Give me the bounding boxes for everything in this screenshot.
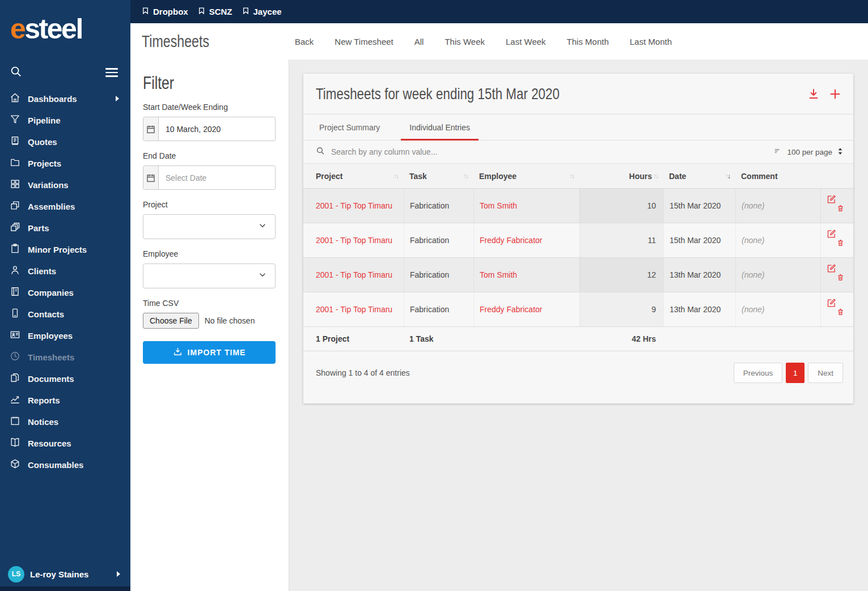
nav-new-timesheet[interactable]: New Timesheet bbox=[335, 37, 393, 46]
download-icon[interactable] bbox=[807, 87, 820, 101]
tab-individual-entries[interactable]: Individual Entries bbox=[401, 114, 479, 140]
user-menu[interactable]: LS Le-roy Staines bbox=[0, 563, 130, 585]
edit-icon[interactable] bbox=[827, 298, 836, 309]
cell-comment: (none) bbox=[735, 189, 820, 223]
trash-icon[interactable] bbox=[837, 273, 844, 283]
table-row: 2001 - Tip Top Timaru Fabrication Tom Sm… bbox=[303, 258, 853, 292]
start-date-input[interactable] bbox=[159, 117, 275, 141]
bookmark-scnz[interactable]: SCNZ bbox=[198, 6, 232, 17]
brand-logo-block[interactable]: esteel bbox=[0, 0, 130, 59]
sort-arrows-icon[interactable]: ↑↓ bbox=[653, 172, 658, 180]
sidebar-item-contacts[interactable]: Contacts bbox=[0, 303, 130, 325]
phone-icon bbox=[10, 308, 20, 320]
cell-date: 13th Mar 2020 bbox=[663, 258, 735, 292]
edit-icon[interactable] bbox=[827, 229, 836, 240]
calendar-icon[interactable] bbox=[143, 166, 159, 189]
end-date-field bbox=[143, 165, 276, 190]
nav-all[interactable]: All bbox=[414, 37, 424, 46]
sidebar-item-label: Assemblies bbox=[28, 202, 75, 211]
trash-icon[interactable] bbox=[837, 239, 844, 249]
sidebar-item-projects[interactable]: Projects bbox=[0, 152, 130, 174]
table-footer: Showing 1 to 4 of 4 entries Previous 1 N… bbox=[303, 351, 853, 383]
col-header-employee[interactable]: Employee↑↓ bbox=[473, 164, 579, 188]
page-size-select[interactable]: 100 per page bbox=[773, 147, 843, 157]
sidebar-item-consumables[interactable]: Consumables bbox=[0, 454, 130, 475]
sidebar-item-documents[interactable]: Documents bbox=[0, 368, 130, 389]
next-page-button[interactable]: Next bbox=[808, 363, 843, 383]
sort-arrows-icon[interactable]: ↑↓ bbox=[463, 172, 468, 180]
cell-project: 2001 - Tip Top Timaru bbox=[303, 223, 404, 257]
sidebar-item-companies[interactable]: Companies bbox=[0, 282, 130, 303]
sidebar-item-reports[interactable]: Reports bbox=[0, 389, 130, 411]
nav-this-month[interactable]: This Month bbox=[567, 37, 609, 46]
sidebar-item-quotes[interactable]: Quotes bbox=[0, 131, 130, 152]
end-date-input[interactable] bbox=[159, 166, 275, 189]
nav-back[interactable]: Back bbox=[295, 37, 314, 46]
col-header-comment[interactable]: Comment bbox=[735, 164, 820, 188]
nav-last-month[interactable]: Last Month bbox=[630, 37, 672, 46]
table-row: 2001 - Tip Top Timaru Fabrication Freddy… bbox=[303, 223, 853, 258]
edit-icon[interactable] bbox=[827, 194, 836, 206]
project-link[interactable]: 2001 - Tip Top Timaru bbox=[316, 201, 392, 210]
project-link[interactable]: 2001 - Tip Top Timaru bbox=[316, 236, 392, 245]
time-csv-field: Choose File No file chosen bbox=[143, 313, 276, 329]
bookmark-icon bbox=[198, 6, 205, 17]
sidebar-item-pipeline[interactable]: Pipeline bbox=[0, 109, 130, 131]
employee-link[interactable]: Tom Smith bbox=[480, 201, 517, 210]
employee-link[interactable]: Freddy Fabricator bbox=[480, 236, 542, 245]
import-time-button[interactable]: IMPORT TIME bbox=[143, 341, 276, 364]
sidebar-item-dashboards[interactable]: Dashboards bbox=[0, 88, 130, 109]
bookmark-jaycee[interactable]: Jaycee bbox=[242, 6, 282, 17]
nav-this-week[interactable]: This Week bbox=[444, 37, 485, 46]
employee-link[interactable]: Freddy Fabricator bbox=[480, 305, 542, 314]
total-tasks: 1 Task bbox=[404, 327, 473, 351]
sidebar-item-employees[interactable]: Employees bbox=[0, 325, 130, 346]
col-header-task[interactable]: Task↑↓ bbox=[404, 164, 473, 188]
page-1-button[interactable]: 1 bbox=[786, 363, 805, 383]
sidebar-item-notices[interactable]: Notices bbox=[0, 411, 130, 432]
sidebar-item-parts[interactable]: Parts bbox=[0, 217, 130, 239]
sidebar-item-variations[interactable]: Variations bbox=[0, 174, 130, 195]
edit-icon[interactable] bbox=[827, 263, 836, 275]
previous-page-button[interactable]: Previous bbox=[734, 363, 783, 383]
col-header-project[interactable]: Project↑↓ bbox=[303, 164, 404, 188]
bookmark-dropbox[interactable]: Dropbox bbox=[142, 6, 188, 17]
sidebar-item-label: Timesheets bbox=[28, 352, 74, 362]
choose-file-button[interactable]: Choose File bbox=[143, 313, 199, 329]
filter-panel: Filter Start Date/Week Ending End Date P… bbox=[130, 59, 289, 591]
sort-arrows-icon[interactable]: ↑↓ bbox=[569, 172, 574, 180]
bookmark-label: Dropbox bbox=[153, 7, 188, 16]
project-select[interactable] bbox=[143, 214, 276, 239]
cell-task: Fabrication bbox=[404, 258, 473, 292]
sidebar-item-assemblies[interactable]: Assemblies bbox=[0, 195, 130, 217]
user-name: Le-roy Staines bbox=[30, 569, 88, 579]
calendar-icon[interactable] bbox=[143, 117, 159, 141]
open-book-icon bbox=[10, 437, 20, 449]
sort-arrows-icon[interactable]: ↑↓ bbox=[393, 172, 398, 180]
menu-icon[interactable] bbox=[105, 66, 118, 79]
plus-icon[interactable] bbox=[828, 87, 842, 101]
sidebar-item-label: Notices bbox=[28, 417, 58, 427]
sidebar-item-resources[interactable]: Resources bbox=[0, 432, 130, 454]
col-header-date[interactable]: Date↑↓ bbox=[663, 164, 735, 188]
nav-last-week[interactable]: Last Week bbox=[506, 37, 546, 46]
bookmark-label: Jaycee bbox=[253, 7, 282, 16]
filter-title: Filter bbox=[143, 73, 249, 93]
employee-select[interactable] bbox=[143, 263, 276, 288]
sort-arrows-icon[interactable]: ↑↓ bbox=[725, 172, 730, 180]
project-link[interactable]: 2001 - Tip Top Timaru bbox=[316, 305, 392, 314]
employee-link[interactable]: Tom Smith bbox=[480, 270, 517, 279]
sidebar-item-clients[interactable]: Clients bbox=[0, 260, 130, 282]
table-search-input[interactable] bbox=[331, 147, 773, 156]
sidebar-item-minor-projects[interactable]: Minor Projects bbox=[0, 239, 130, 260]
cell-hours: 9 bbox=[579, 292, 663, 326]
project-link[interactable]: 2001 - Tip Top Timaru bbox=[316, 270, 392, 279]
col-header-hours[interactable]: Hours↑↓ bbox=[579, 164, 663, 188]
tab-project-summary[interactable]: Project Summary bbox=[311, 114, 388, 140]
trash-icon[interactable] bbox=[837, 308, 844, 318]
trash-icon[interactable] bbox=[837, 204, 844, 214]
trend-icon bbox=[10, 394, 20, 406]
search-icon[interactable] bbox=[10, 65, 22, 80]
ledger-icon bbox=[10, 286, 20, 299]
sidebar-item-timesheets[interactable]: Timesheets bbox=[0, 346, 130, 368]
